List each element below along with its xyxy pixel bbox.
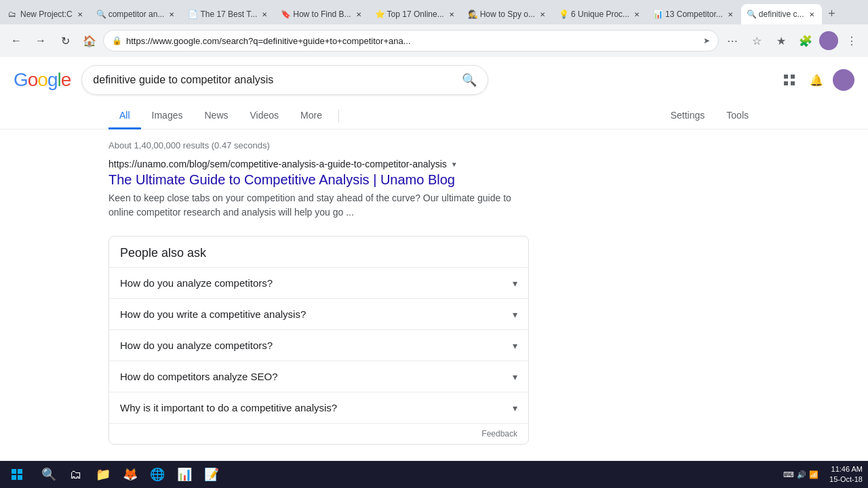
- tab-favicon: 🔍: [747, 9, 756, 19]
- results-area: About 1,40,00,000 results (0.47 seconds)…: [0, 129, 868, 461]
- search-tabs: All Images News Videos More Settings Too…: [0, 103, 868, 129]
- tab-favicon: 🔖: [281, 9, 290, 19]
- svg-rect-3: [791, 81, 795, 85]
- paa-chevron-icon-1: ▾: [513, 278, 517, 289]
- tab-6-unique[interactable]: 💡 6 Unique Proc... ✕: [553, 4, 647, 24]
- tab-all[interactable]: All: [108, 103, 141, 129]
- tab-favicon: 📊: [653, 9, 663, 19]
- tab-close-btn[interactable]: ✕: [354, 9, 363, 19]
- more-options-icon[interactable]: ⋮: [841, 30, 863, 52]
- paa-chevron-icon-2: ▾: [513, 309, 517, 320]
- tab-images[interactable]: Images: [141, 103, 194, 129]
- paa-question-2: How do you write a competitive analysis?: [120, 308, 306, 320]
- tab-favicon: ⭐: [375, 9, 384, 19]
- new-tab-button[interactable]: +: [823, 4, 842, 23]
- google-logo[interactable]: Google: [14, 69, 71, 91]
- svg-rect-5: [18, 469, 22, 474]
- tab-title: How to Find B...: [293, 9, 351, 19]
- paa-question-5: Why is it important to do a competitive …: [120, 402, 337, 413]
- tab-close-btn[interactable]: ✕: [447, 9, 456, 19]
- tab-tools[interactable]: Tools: [715, 103, 760, 129]
- tab-favicon: 🕵: [468, 9, 477, 19]
- paa-item-1[interactable]: How do you analyze competitors? ▾: [109, 267, 528, 298]
- taskbar-chrome[interactable]: 🌐: [145, 462, 170, 487]
- paa-item-2[interactable]: How do you write a competitive analysis?…: [109, 298, 528, 329]
- tab-17-best[interactable]: 📄 The 17 Best T... ✕: [182, 4, 275, 24]
- network-icon: 📶: [809, 470, 818, 479]
- result-url-row: https://unamo.com/blog/sem/competitive-a…: [108, 159, 529, 169]
- tab-close-btn[interactable]: ✕: [807, 9, 816, 19]
- results-count: About 1,40,00,000 results (0.47 seconds): [108, 135, 760, 159]
- tab-close-btn[interactable]: ✕: [75, 9, 85, 19]
- search-query-text: definitive guide to competitor analysis: [93, 74, 454, 86]
- tab-title: competitor an...: [108, 9, 165, 19]
- svg-rect-7: [18, 475, 22, 480]
- menu-dots-button[interactable]: ⋯: [722, 30, 743, 52]
- nav-action-icons: ⋯ ☆ ★ 🧩 ⋮: [722, 30, 863, 52]
- keyboard-icon: ⌨: [783, 470, 794, 479]
- taskbar-time-display: 11:46 AM: [829, 464, 863, 474]
- logo-letter-o2: o: [37, 69, 47, 91]
- taskbar-icons: 🔍 🗂 📁 🦊 🌐 📊 📝: [34, 462, 226, 487]
- tab-close-btn[interactable]: ✕: [726, 9, 735, 19]
- star-icon[interactable]: ★: [770, 30, 792, 52]
- taskbar-spreadsheet[interactable]: 📊: [172, 462, 197, 487]
- taskbar-firefox[interactable]: 🦊: [118, 462, 142, 487]
- tab-how-to-find[interactable]: 🔖 How to Find B... ✕: [275, 4, 368, 24]
- tab-new-project[interactable]: 🗂 New Project:C ✕: [3, 4, 90, 24]
- start-button[interactable]: [0, 461, 34, 488]
- forward-button[interactable]: →: [30, 30, 52, 52]
- result-title-link[interactable]: The Ultimate Guide to Competitive Analys…: [108, 171, 529, 188]
- extensions-icon[interactable]: 🧩: [795, 30, 816, 52]
- paa-item-3[interactable]: How do you analyze competitors? ▾: [109, 329, 528, 361]
- svg-rect-1: [791, 75, 795, 79]
- tab-videos[interactable]: Videos: [239, 103, 290, 129]
- feedback-link[interactable]: Feedback: [109, 423, 528, 444]
- tab-settings[interactable]: Settings: [660, 103, 716, 129]
- tab-more[interactable]: More: [290, 103, 333, 129]
- tab-title: definitive c...: [759, 9, 804, 19]
- tab-close-btn[interactable]: ✕: [167, 9, 176, 19]
- tab-how-to-spy[interactable]: 🕵 How to Spy o... ✕: [462, 4, 553, 24]
- tab-close-btn[interactable]: ✕: [260, 9, 269, 19]
- paa-question-1: How do you analyze competitors?: [120, 277, 273, 289]
- notifications-icon[interactable]: 🔔: [806, 69, 827, 91]
- taskbar-search-button[interactable]: 🔍: [37, 462, 61, 487]
- volume-icon: 🔊: [797, 470, 806, 479]
- search-submit-icon[interactable]: 🔍: [462, 73, 477, 87]
- svg-rect-2: [784, 81, 788, 85]
- page-content: Google definitive guide to competitor an…: [0, 57, 868, 461]
- tab-favicon: 🔍: [96, 9, 106, 19]
- back-button[interactable]: ←: [5, 30, 27, 52]
- logo-letter-g2: g: [47, 69, 58, 91]
- taskbar-file-explorer[interactable]: 📁: [91, 462, 115, 487]
- search-result-1: https://unamo.com/blog/sem/competitive-a…: [108, 159, 529, 220]
- address-bar[interactable]: 🔒 https://www.google.com/search?q=defini…: [103, 30, 719, 52]
- tab-news[interactable]: News: [193, 103, 239, 129]
- svg-rect-0: [784, 75, 788, 79]
- bookmark-icon[interactable]: ☆: [746, 30, 768, 52]
- tab-close-btn[interactable]: ✕: [632, 9, 642, 19]
- avatar[interactable]: [819, 31, 838, 50]
- refresh-button[interactable]: ↻: [54, 30, 76, 52]
- user-avatar[interactable]: [833, 69, 854, 91]
- paa-chevron-icon-4: ▾: [513, 371, 517, 382]
- tab-competitor-an[interactable]: 🔍 competitor an... ✕: [91, 4, 182, 24]
- taskbar: 🔍 🗂 📁 🦊 🌐 📊 📝 ⌨ 🔊 📶 11:46 AM 15-Oct-18: [0, 461, 868, 488]
- tab-13-competitor[interactable]: 📊 13 Competitor... ✕: [648, 4, 741, 24]
- search-box[interactable]: definitive guide to competitor analysis …: [81, 65, 488, 95]
- result-snippet: Keen to keep close tabs on your competit…: [108, 191, 529, 220]
- paa-item-5[interactable]: Why is it important to do a competitive …: [109, 392, 528, 423]
- navigation-bar: ← → ↻ 🏠 🔒 https://www.google.com/search?…: [0, 24, 868, 57]
- taskbar-task-view[interactable]: 🗂: [64, 462, 88, 487]
- tab-top-17-online[interactable]: ⭐ Top 17 Online... ✕: [370, 4, 462, 24]
- paa-chevron-icon-5: ▾: [513, 403, 517, 413]
- result-url-dropdown-icon[interactable]: ▼: [451, 161, 458, 168]
- taskbar-word[interactable]: 📝: [199, 462, 224, 487]
- tab-definitive-guide[interactable]: 🔍 definitive c... ✕: [741, 4, 822, 24]
- tab-close-btn[interactable]: ✕: [538, 9, 547, 19]
- apps-grid-icon[interactable]: [778, 69, 800, 91]
- paa-chevron-icon-3: ▾: [513, 340, 517, 351]
- home-button[interactable]: 🏠: [79, 30, 100, 52]
- paa-item-4[interactable]: How do competitors analyze SEO? ▾: [109, 361, 528, 392]
